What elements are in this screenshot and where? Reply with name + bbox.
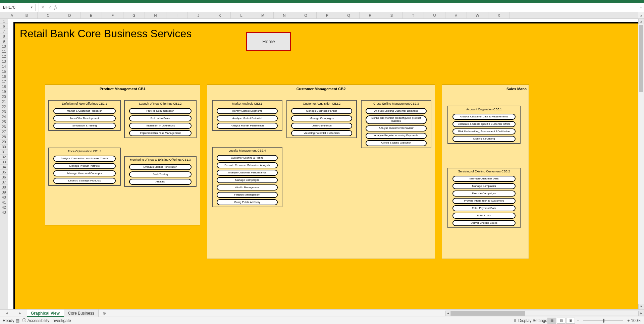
column-header[interactable]: M	[252, 12, 274, 18]
column-header[interactable]: R	[360, 12, 381, 18]
service-pill[interactable]: Provide Documentation	[129, 108, 192, 114]
service-pill[interactable]: Develop Strategic Products	[53, 178, 116, 184]
sheet-tab-core-business[interactable]: Core Business	[64, 310, 99, 317]
display-settings-icon[interactable]: 🖥	[513, 318, 517, 323]
column-header[interactable]: J	[188, 12, 209, 18]
service-pill[interactable]: Deliver Cheque Books	[452, 220, 516, 226]
column-header[interactable]: C	[38, 12, 59, 18]
display-settings-label[interactable]: Display Settings	[518, 318, 547, 323]
column-header[interactable]: E	[80, 12, 102, 18]
home-button[interactable]: Home	[246, 32, 291, 51]
column-header[interactable]: W	[467, 12, 488, 18]
service-pill[interactable]: Analyse Existing Customer Balances	[366, 108, 426, 114]
row-header[interactable]: 33	[0, 160, 8, 165]
service-pill[interactable]: Maintain Customer Data	[452, 176, 516, 182]
vertical-scrollbar[interactable]: ▲ ▼	[638, 19, 644, 309]
row-header[interactable]: 8	[0, 34, 8, 39]
service-pill[interactable]: Manage Complaints	[452, 183, 516, 189]
service-pill[interactable]: Going Public Advisory	[217, 199, 277, 205]
row-header[interactable]: 13	[0, 59, 8, 64]
service-pill[interactable]: Implement Business Management	[129, 130, 192, 136]
column-header[interactable]: V	[445, 12, 467, 18]
service-pill[interactable]: Calculate & Create specific Customer Off…	[452, 121, 516, 127]
column-header[interactable]: G	[123, 12, 145, 18]
name-box[interactable]: BH170 ▼	[1, 4, 36, 11]
service-pill[interactable]: Market & Customer Research	[53, 108, 116, 114]
status-accessibility[interactable]: Accessibility: Investigate	[28, 318, 71, 323]
formula-input[interactable]	[59, 4, 638, 11]
column-header[interactable]: B	[16, 12, 38, 18]
insert-function-button[interactable]: fx	[54, 5, 57, 10]
accessibility-icon[interactable]: ⓘ	[22, 318, 26, 323]
service-pill[interactable]: Advice & Sales Execution	[366, 140, 426, 146]
service-pill[interactable]: Analyse Competition and Market Trends	[53, 156, 116, 162]
row-header[interactable]: 35	[0, 170, 8, 175]
name-box-dropdown-icon[interactable]: ▼	[30, 6, 33, 9]
row-header[interactable]: 24	[0, 114, 8, 119]
column-header[interactable]: Q	[338, 12, 360, 18]
zoom-out-button[interactable]: −	[577, 318, 579, 323]
row-header[interactable]: 39	[0, 190, 8, 195]
column-header[interactable]: U	[424, 12, 445, 18]
row-header[interactable]: 22	[0, 104, 8, 109]
row-header[interactable]: 19	[0, 89, 8, 94]
column-header[interactable]: N	[274, 12, 295, 18]
row-header[interactable]: 11	[0, 49, 8, 54]
scroll-up-button[interactable]: ▲	[638, 19, 644, 24]
row-header[interactable]: 41	[0, 200, 8, 205]
row-header[interactable]: 40	[0, 195, 8, 200]
column-header[interactable]: L	[231, 12, 252, 18]
normal-view-button[interactable]: ▦	[547, 318, 556, 324]
service-pill[interactable]: Enter Payment Data	[452, 205, 516, 211]
service-pill[interactable]: Analyse Regular Incoming Payments	[366, 133, 426, 139]
zoom-slider[interactable]	[583, 320, 623, 321]
service-pill[interactable]: Evaluate Market Penetration	[129, 164, 192, 170]
row-header[interactable]: 15	[0, 69, 8, 74]
page-layout-view-button[interactable]: ▤	[557, 318, 566, 324]
row-header[interactable]: 25	[0, 119, 8, 124]
service-pill[interactable]: Manage Campaigns	[291, 115, 352, 121]
zoom-level[interactable]: 100%	[631, 318, 641, 323]
service-pill[interactable]: Define and monitor preconfigured product…	[366, 115, 426, 124]
service-pill[interactable]: Execute Customer Behaviour Analysis	[217, 162, 277, 168]
service-pill[interactable]: Manage Ideas and Concepts	[53, 170, 116, 176]
service-pill[interactable]: Risk Underwriting, Assessment & Validati…	[452, 128, 516, 134]
row-header[interactable]: 17	[0, 79, 8, 84]
row-header[interactable]: 36	[0, 175, 8, 180]
zoom-in-button[interactable]: +	[627, 318, 630, 323]
row-header[interactable]: 1	[0, 19, 8, 24]
service-pill[interactable]: Manage Business Partner	[291, 108, 352, 114]
scroll-down-button[interactable]: ▼	[638, 304, 644, 309]
service-pill[interactable]: Analyse Customer Performance	[217, 170, 277, 176]
column-header[interactable]: P	[317, 12, 338, 18]
enter-formula-button[interactable]: ✓	[46, 4, 54, 11]
cancel-formula-button[interactable]: ✕	[39, 4, 46, 11]
hscroll-right-button[interactable]: ►	[639, 311, 644, 316]
column-header[interactable]: O	[295, 12, 317, 18]
row-header[interactable]: 31	[0, 150, 8, 155]
row-header[interactable]: 29	[0, 140, 8, 145]
column-header[interactable]: F	[102, 12, 123, 18]
row-header[interactable]: 37	[0, 180, 8, 185]
hscroll-left-button[interactable]: ◄	[445, 311, 451, 316]
service-pill[interactable]: New Offer Development	[53, 115, 116, 121]
service-pill[interactable]: Analyse Customer Behaviour	[366, 125, 426, 131]
row-header[interactable]: 18	[0, 84, 8, 89]
service-pill[interactable]: Back Testing	[129, 171, 192, 177]
service-pill[interactable]: Auditing	[129, 179, 192, 185]
service-pill[interactable]: Provide Information to Customers	[452, 198, 516, 204]
service-pill[interactable]: Simulation & Testing	[53, 123, 116, 129]
service-pill[interactable]: Customer Scoring & Rating	[217, 155, 277, 161]
formula-bar-expand-button[interactable]: ⌄	[638, 5, 644, 9]
row-header[interactable]: 21	[0, 99, 8, 104]
service-pill[interactable]: Closing & Funding	[452, 136, 516, 142]
service-pill[interactable]: Implement in Operations	[129, 123, 192, 129]
column-header[interactable]: T	[402, 12, 424, 18]
service-pill[interactable]: Finance Management	[217, 192, 277, 198]
tab-prev-icon[interactable]: ◄	[5, 311, 8, 315]
row-header[interactable]: 26	[0, 124, 8, 129]
service-pill[interactable]: Analyse Market Potential	[217, 115, 277, 121]
tab-next-icon[interactable]: ►	[18, 311, 22, 315]
service-pill[interactable]: Analyse Market Penetration	[217, 123, 277, 129]
hscroll-track[interactable]	[451, 311, 639, 316]
